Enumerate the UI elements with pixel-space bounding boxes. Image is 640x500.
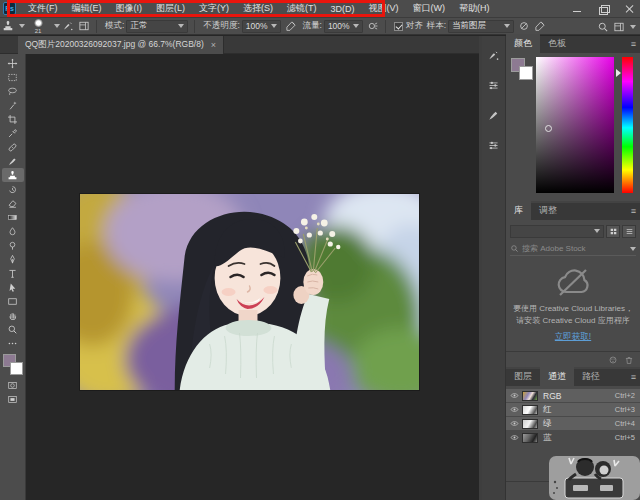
- menu-filter[interactable]: 滤镜(T): [280, 0, 324, 17]
- tab-adjustments[interactable]: 调整: [531, 201, 565, 220]
- saturation-brightness-field[interactable]: [536, 57, 614, 193]
- brush-settings-panel-icon[interactable]: [485, 46, 503, 64]
- panel-menu-icon[interactable]: ≡: [631, 373, 636, 382]
- restore-icon[interactable]: [598, 4, 610, 14]
- gradient-tool[interactable]: [2, 210, 24, 224]
- eyedropper-tool[interactable]: [2, 126, 24, 140]
- visibility-eye-icon[interactable]: [506, 419, 522, 428]
- pen-tool[interactable]: [2, 252, 24, 266]
- background-color-swatch[interactable]: [519, 66, 533, 80]
- aligned-checkbox[interactable]: [394, 22, 403, 31]
- eraser-tool[interactable]: [2, 196, 24, 210]
- toggle-clone-source-panel-icon[interactable]: [76, 19, 92, 33]
- opacity-select[interactable]: 100%: [242, 20, 281, 33]
- workspace-switcher-icon[interactable]: [611, 20, 627, 34]
- background-color-swatch[interactable]: [10, 362, 23, 375]
- menu-type[interactable]: 文字(Y): [192, 0, 236, 17]
- photoshop-logo-icon[interactable]: Ps: [3, 2, 16, 15]
- channel-row-rgb[interactable]: RGB Ctrl+2: [506, 389, 640, 402]
- flow-select[interactable]: 100%: [324, 20, 363, 33]
- channel-name: RGB: [543, 391, 615, 401]
- channel-shortcut: Ctrl+4: [615, 419, 640, 428]
- tab-paths[interactable]: 路径: [574, 367, 608, 386]
- size-pressure-icon[interactable]: [532, 19, 548, 33]
- channel-row-green[interactable]: 绿 Ctrl+4: [506, 417, 640, 430]
- search-icon: [510, 244, 519, 253]
- panel-menu-icon[interactable]: ≡: [631, 40, 636, 49]
- tool-presets-panel-icon[interactable]: [485, 136, 503, 154]
- color-field-cursor[interactable]: [545, 125, 552, 132]
- search-icon[interactable]: [595, 20, 611, 34]
- menu-3d[interactable]: 3D(D): [324, 0, 362, 17]
- visibility-eye-icon[interactable]: [506, 391, 522, 400]
- menu-select[interactable]: 选择(S): [236, 0, 280, 17]
- type-tool[interactable]: [2, 266, 24, 280]
- properties-panel-icon[interactable]: [485, 76, 503, 94]
- tab-channels[interactable]: 通道: [540, 367, 574, 386]
- spot-healing-brush-tool[interactable]: [2, 140, 24, 154]
- library-select[interactable]: [510, 225, 604, 238]
- search-input[interactable]: [522, 244, 624, 253]
- menu-view[interactable]: 视图(V): [362, 0, 406, 17]
- menu-edit[interactable]: 编辑(E): [65, 0, 109, 17]
- opacity-label: 不透明度:: [203, 20, 239, 32]
- collapsed-panel-dock: [482, 36, 506, 500]
- panel-menu-icon[interactable]: ≡: [631, 207, 636, 216]
- hue-slider-thumb[interactable]: [616, 69, 621, 77]
- minimize-icon[interactable]: [572, 4, 584, 14]
- menu-help[interactable]: 帮助(H): [452, 0, 497, 17]
- clone-stamp-preset-icon[interactable]: [0, 19, 16, 33]
- airbrush-icon[interactable]: [365, 19, 381, 33]
- chevron-down-icon[interactable]: [630, 25, 636, 29]
- quick-selection-tool[interactable]: [2, 98, 24, 112]
- tool-options-bar: 21 模式: 正常 不透明度: 100% 流量: 100% 对齐 样本: 当前图…: [0, 18, 640, 35]
- list-view-icon[interactable]: [622, 225, 636, 238]
- close-icon[interactable]: [624, 4, 636, 14]
- tab-color[interactable]: 颜色: [506, 34, 540, 53]
- document-image[interactable]: [80, 194, 419, 390]
- hue-slider[interactable]: [622, 57, 633, 193]
- menu-window[interactable]: 窗口(W): [406, 0, 453, 17]
- mode-select[interactable]: 正常: [126, 20, 188, 33]
- brush-tool[interactable]: [2, 154, 24, 168]
- ignore-adjustment-layers-icon[interactable]: [516, 19, 532, 33]
- lasso-tool[interactable]: [2, 84, 24, 98]
- visibility-eye-icon[interactable]: [506, 405, 522, 414]
- brush-preset-picker[interactable]: 21: [25, 19, 51, 34]
- get-started-link[interactable]: 立即获取!: [506, 331, 640, 343]
- history-brush-tool[interactable]: [2, 182, 24, 196]
- tab-libraries[interactable]: 库: [506, 201, 531, 220]
- zoom-tool[interactable]: [2, 322, 24, 336]
- opacity-pressure-icon[interactable]: [283, 19, 299, 33]
- brush-tip-icon: [34, 19, 43, 28]
- chevron-down-icon[interactable]: [630, 247, 636, 251]
- quick-mask-mode-icon[interactable]: [2, 378, 24, 392]
- menu-image[interactable]: 图像(I): [109, 0, 150, 17]
- channel-row-blue[interactable]: 蓝 Ctrl+5: [506, 431, 640, 444]
- sync-status-icon[interactable]: [608, 355, 618, 365]
- visibility-eye-icon[interactable]: [506, 433, 522, 442]
- dodge-tool[interactable]: [2, 238, 24, 252]
- hand-tool[interactable]: [2, 308, 24, 322]
- marquee-tool[interactable]: [2, 70, 24, 84]
- delete-icon[interactable]: [624, 355, 634, 365]
- menu-file[interactable]: 文件(F): [21, 0, 65, 17]
- brush-panel-icon[interactable]: [485, 106, 503, 124]
- tab-swatches[interactable]: 色板: [540, 34, 574, 53]
- crop-tool[interactable]: [2, 112, 24, 126]
- edit-toolbar-icon[interactable]: [2, 336, 24, 350]
- tab-close-icon[interactable]: ×: [211, 40, 216, 50]
- channel-row-red[interactable]: 红 Ctrl+3: [506, 403, 640, 416]
- menu-layer[interactable]: 图层(L): [149, 0, 192, 17]
- screen-mode-icon[interactable]: [2, 392, 24, 406]
- move-tool[interactable]: [2, 56, 24, 70]
- rectangle-shape-tool[interactable]: [2, 294, 24, 308]
- toggle-brush-panel-icon[interactable]: [60, 19, 76, 33]
- path-selection-tool[interactable]: [2, 280, 24, 294]
- grid-view-icon[interactable]: [606, 225, 620, 238]
- clone-stamp-tool[interactable]: [2, 168, 24, 182]
- sample-select[interactable]: 当前图层: [448, 20, 514, 33]
- blur-tool[interactable]: [2, 224, 24, 238]
- document-tab[interactable]: QQ图片20200326092037.jpg @ 66.7%(RGB/8) ×: [18, 36, 224, 54]
- tab-layers[interactable]: 图层: [506, 367, 540, 386]
